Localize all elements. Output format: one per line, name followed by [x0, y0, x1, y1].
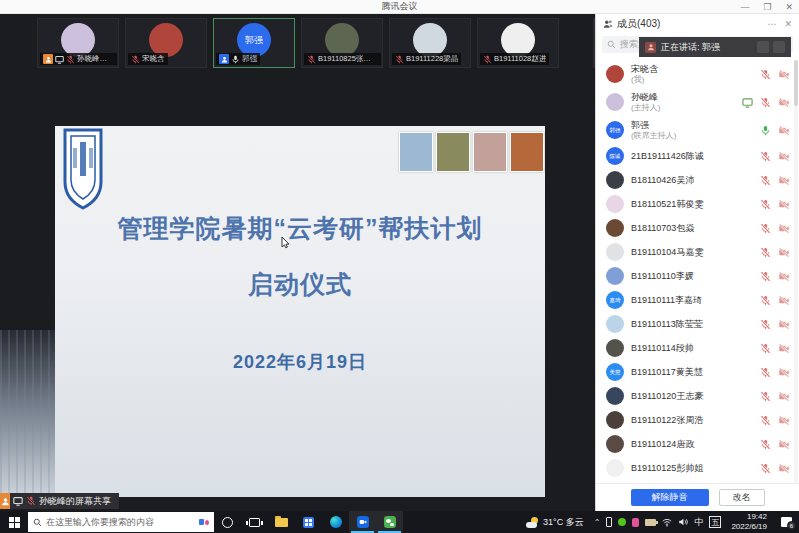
- member-status-icons: [742, 97, 790, 108]
- tray-pink-app-icon[interactable]: [632, 518, 639, 527]
- camera-status-icon[interactable]: [778, 97, 790, 108]
- camera-status-icon[interactable]: [778, 367, 790, 378]
- maximize-button[interactable]: ❐: [763, 0, 771, 14]
- reply-icon[interactable]: [773, 41, 785, 53]
- camera-status-icon[interactable]: [778, 175, 790, 186]
- thumbnail-label: B19111228梁晶: [392, 53, 461, 65]
- camera-status-icon[interactable]: [778, 415, 790, 426]
- member-text: 郭强 (联席主持人): [631, 120, 760, 140]
- applause-icon[interactable]: [757, 41, 769, 53]
- weather-widget[interactable]: 31°C 多云: [520, 511, 590, 533]
- tencent-meeting-button[interactable]: [349, 511, 376, 533]
- video-thumbnail[interactable]: B19111228梁晶: [389, 18, 471, 68]
- battery-icon[interactable]: [645, 519, 656, 526]
- thumbnail-label: 孙晓峰的屏幕...: [40, 53, 117, 65]
- device-icon[interactable]: [606, 517, 612, 527]
- mic-status-icon[interactable]: [760, 367, 771, 378]
- video-thumbnail[interactable]: B19111028赵进: [477, 18, 559, 68]
- camera-status-icon[interactable]: [778, 199, 790, 210]
- video-thumbnail[interactable]: B19110825张熙媚: [301, 18, 383, 68]
- camera-status-icon[interactable]: [778, 125, 790, 136]
- mic-status-icon[interactable]: [760, 125, 771, 136]
- slide-date: 2022年6月19日: [55, 350, 545, 374]
- camera-status-icon[interactable]: [778, 343, 790, 354]
- member-role: (我): [631, 75, 760, 84]
- camera-status-icon[interactable]: [778, 69, 790, 80]
- member-row[interactable]: B19110120王志豪: [596, 384, 799, 408]
- member-row[interactable]: 孙晓峰 (主持人): [596, 88, 799, 116]
- member-row[interactable]: B19110113陈莹莹: [596, 312, 799, 336]
- member-row[interactable]: 美慧 B19110117黄美慧: [596, 360, 799, 384]
- member-row[interactable]: 嘉琦 B19110111李嘉琦: [596, 288, 799, 312]
- member-row[interactable]: B19110125彭帅姐: [596, 456, 799, 480]
- member-row[interactable]: B19110104马嘉雯: [596, 240, 799, 264]
- ime-mode-indicator[interactable]: 五: [709, 516, 721, 528]
- member-row[interactable]: B18110521韩俊雯: [596, 192, 799, 216]
- camera-status-icon[interactable]: [778, 151, 790, 162]
- tray-green-app-icon[interactable]: [618, 518, 626, 526]
- member-text: B18110703包焱: [631, 223, 760, 233]
- mic-status-icon[interactable]: [760, 175, 771, 186]
- member-row[interactable]: B18110703包焱: [596, 216, 799, 240]
- member-row[interactable]: B19110122张周浩: [596, 408, 799, 432]
- task-view-button[interactable]: [241, 511, 268, 533]
- member-status-icons: [760, 175, 790, 186]
- camera-status-icon[interactable]: [778, 223, 790, 234]
- member-row[interactable]: B19110114段帅: [596, 336, 799, 360]
- video-thumbnail[interactable]: 孙晓峰的屏幕...: [37, 18, 119, 68]
- mic-status-icon[interactable]: [760, 415, 771, 426]
- mic-status-icon[interactable]: [760, 463, 771, 474]
- mic-status-icon[interactable]: [760, 97, 771, 108]
- start-button[interactable]: [0, 511, 28, 533]
- wechat-icon: [384, 516, 396, 528]
- mic-status-icon[interactable]: [760, 199, 771, 210]
- mic-status-icon[interactable]: [760, 69, 771, 80]
- camera-status-icon[interactable]: [778, 391, 790, 402]
- camera-status-icon[interactable]: [778, 271, 790, 282]
- member-status-icons: [760, 151, 790, 162]
- action-center-button[interactable]: 6: [773, 511, 799, 533]
- wifi-icon[interactable]: [662, 517, 672, 527]
- rename-button[interactable]: 改名: [719, 489, 765, 506]
- close-button[interactable]: ✕: [785, 0, 793, 14]
- panel-close-button[interactable]: ✕: [784, 19, 792, 29]
- member-row[interactable]: B19110124唐政: [596, 432, 799, 456]
- video-thumbnail[interactable]: 宋晓含: [125, 18, 207, 68]
- file-explorer-button[interactable]: [268, 511, 295, 533]
- camera-status-icon[interactable]: [778, 439, 790, 450]
- wechat-button[interactable]: [376, 511, 403, 533]
- taskbar-search-input[interactable]: 在这里输入你要搜索的内容: [28, 512, 214, 532]
- member-row[interactable]: B18110426吴沛: [596, 168, 799, 192]
- mic-status-icon[interactable]: [760, 223, 771, 234]
- volume-icon[interactable]: [678, 517, 688, 527]
- camera-status-icon[interactable]: [778, 463, 790, 474]
- mic-status-icon[interactable]: [760, 343, 771, 354]
- input-method-indicator[interactable]: 中: [694, 516, 703, 529]
- microsoft-store-button[interactable]: [295, 511, 322, 533]
- member-row[interactable]: 陈诚 21B19111426陈诚: [596, 144, 799, 168]
- cortana-button[interactable]: [214, 511, 241, 533]
- mic-status-icon[interactable]: [760, 391, 771, 402]
- scrollbar-thumb[interactable]: [794, 60, 798, 106]
- unmute-button[interactable]: 解除静音: [631, 489, 709, 506]
- minimize-button[interactable]: —: [740, 0, 749, 14]
- member-row[interactable]: B19110110李媛: [596, 264, 799, 288]
- mic-status-icon[interactable]: [760, 439, 771, 450]
- camera-status-icon[interactable]: [778, 319, 790, 330]
- mic-status-icon[interactable]: [760, 247, 771, 258]
- camera-status-icon[interactable]: [778, 295, 790, 306]
- member-row[interactable]: 郭强 郭强 (联席主持人): [596, 116, 799, 144]
- camera-status-icon[interactable]: [778, 247, 790, 258]
- mic-status-icon[interactable]: [760, 151, 771, 162]
- slide-title-line1: 管理学院暑期“云考研”帮扶计划: [55, 212, 545, 245]
- mic-status-icon[interactable]: [760, 295, 771, 306]
- tray-expand-icon[interactable]: ⌃: [594, 518, 601, 527]
- member-row[interactable]: 宋晓含 (我): [596, 60, 799, 88]
- mic-status-icon[interactable]: [760, 271, 771, 282]
- mic-status-icon[interactable]: [760, 319, 771, 330]
- taskbar-clock[interactable]: 19:42 2022/6/19: [725, 511, 773, 533]
- edge-button[interactable]: [322, 511, 349, 533]
- panel-more-button[interactable]: ⋯: [767, 19, 776, 29]
- avatar: [606, 435, 624, 453]
- video-thumbnail[interactable]: 郭强 郭强: [213, 18, 295, 68]
